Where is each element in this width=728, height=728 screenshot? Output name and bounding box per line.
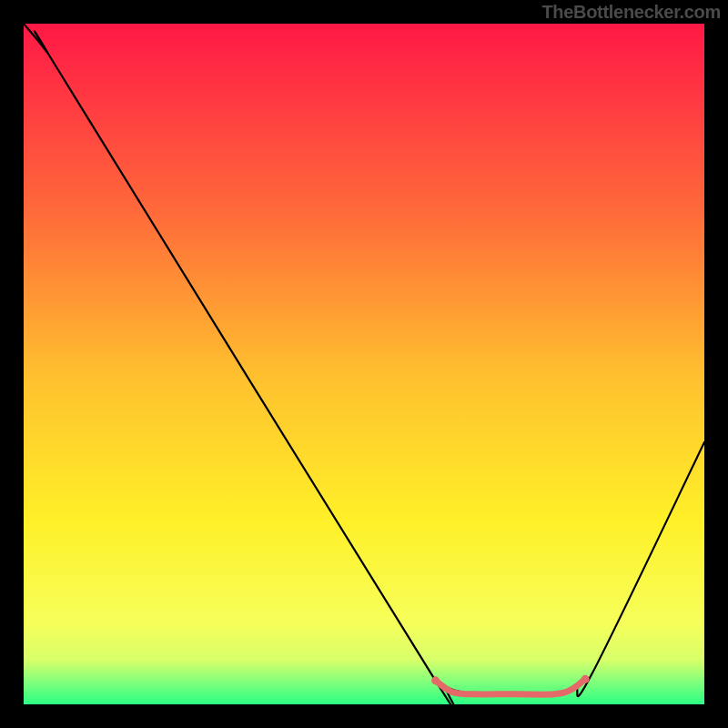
series-highlight-endpoint (431, 676, 440, 684)
attribution-label: TheBottlenecker.com (541, 2, 721, 23)
series-highlight-endpoint (581, 675, 590, 683)
plot-area (24, 24, 704, 704)
gradient-background (24, 24, 704, 704)
chart-container: TheBottlenecker.com (0, 0, 728, 728)
chart-svg (24, 24, 704, 704)
